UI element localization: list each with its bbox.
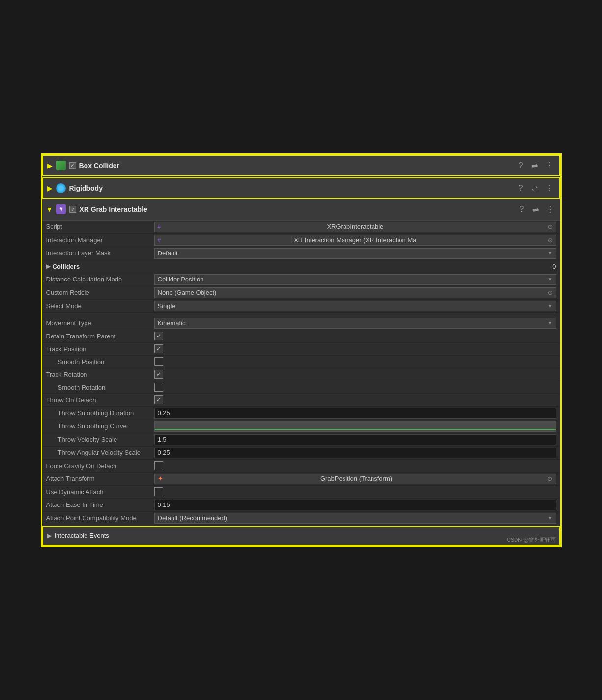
smooth-position-label: Smooth Position [46,358,154,365]
smooth-rotation-label: Smooth Rotation [46,384,154,391]
throw-velocity-scale-label: Throw Velocity Scale [46,436,154,443]
events-arrow[interactable]: ▶ [47,532,52,539]
rigidbody-settings-button[interactable]: ⇌ [529,182,540,194]
rigidbody-header[interactable]: ▶ Rigidbody ? ⇌ ⋮ [42,177,560,199]
smooth-rotation-value-container [154,383,556,392]
custom-reticle-field[interactable]: None (Game Object) ⊙ [154,287,556,298]
xr-grab-arrow[interactable]: ▼ [46,205,53,213]
xr-grab-icon: # [56,204,66,215]
custom-reticle-row: Custom Reticle None (Game Object) ⊙ [42,286,560,300]
box-collider-arrow[interactable]: ▶ [47,162,53,169]
interaction-layer-mask-value-container: Default ▼ [154,248,556,259]
throw-angular-velocity-field[interactable]: 0.25 [154,448,556,458]
custom-reticle-value-container: None (Game Object) ⊙ [154,287,556,298]
throw-smoothing-curve-field[interactable] [154,421,556,432]
box-collider-enable-checkbox[interactable]: ✓ [69,162,76,169]
force-gravity-value-container [154,461,556,470]
throw-on-detach-checkbox[interactable]: ✓ [154,395,163,404]
script-value: XRGrabInteractable [327,223,383,230]
throw-smoothing-curve-label: Throw Smoothing Curve [46,422,154,430]
script-row: Script # XRGrabInteractable ⊙ [42,221,560,234]
xr-grab-more-button[interactable]: ⋮ [545,204,556,215]
xr-grab-enable-checkbox[interactable]: ✓ [69,206,76,213]
xr-grab-panel: Script # XRGrabInteractable ⊙ Interactio… [42,221,560,525]
script-hash-icon: # [158,224,161,230]
throw-on-detach-check: ✓ [156,397,161,403]
throw-velocity-scale-value: 1.5 [158,436,167,443]
attach-ease-field[interactable]: 0.15 [154,500,556,510]
xr-grab-help-button[interactable]: ? [518,204,526,215]
box-collider-more-button[interactable]: ⋮ [544,160,555,171]
xr-grab-actions: ? ⇌ ⋮ [518,204,556,215]
interaction-manager-field[interactable]: # XR Interaction Manager (XR Interaction… [154,235,556,246]
colliders-row[interactable]: ▶ Colliders 0 [42,260,560,273]
use-dynamic-attach-label: Use Dynamic Attach [46,488,154,496]
interaction-layer-mask-arrow: ▼ [548,251,553,256]
script-field[interactable]: # XRGrabInteractable ⊙ [154,222,556,232]
select-mode-value-container: Single ▼ [154,301,556,311]
track-position-value-container: ✓ [154,344,556,353]
rigidbody-help-button[interactable]: ? [517,183,525,194]
movement-type-dropdown[interactable]: Kinematic ▼ [154,318,556,329]
track-rotation-checkbox[interactable]: ✓ [154,370,163,379]
movement-type-value-container: Kinematic ▼ [154,318,556,329]
select-mode-value: Single [158,302,175,309]
xr-grab-settings-button[interactable]: ⇌ [530,204,541,215]
smooth-position-value-container [154,357,556,366]
throw-angular-velocity-value-container: 0.25 [154,448,556,458]
force-gravity-checkbox[interactable] [154,461,163,470]
box-collider-help-button[interactable]: ? [517,160,525,171]
throw-velocity-scale-row: Throw Velocity Scale 1.5 [42,433,560,447]
distance-calculation-row: Distance Calculation Mode Collider Posit… [42,273,560,286]
throw-angular-velocity-label: Throw Angular Velocity Scale [46,449,154,456]
retain-transform-label: Retain Transform Parent [46,333,154,340]
movement-type-row: Movement Type Kinematic ▼ [42,317,560,330]
select-mode-arrow: ▼ [548,303,553,308]
retain-transform-checkbox[interactable]: ✓ [154,332,163,340]
attach-transform-target-icon[interactable]: ⊙ [547,476,552,482]
rigidbody-icon [56,183,66,194]
box-collider-icon [56,160,66,171]
interaction-manager-target-icon[interactable]: ⊙ [548,237,553,244]
interaction-manager-value: XR Interaction Manager (XR Interaction M… [294,236,416,244]
attach-transform-label: Attach Transform [46,475,154,482]
movement-type-value: Kinematic [158,319,186,327]
attach-ease-value: 0.15 [158,501,170,508]
smooth-rotation-checkbox[interactable] [154,383,163,392]
track-position-row: Track Position ✓ [42,343,560,356]
throw-angular-velocity-row: Throw Angular Velocity Scale 0.25 [42,447,560,460]
box-collider-header[interactable]: ▶ ✓ Box Collider ? ⇌ ⋮ [42,155,560,176]
smooth-position-checkbox[interactable] [154,357,163,366]
throw-on-detach-label: Throw On Detach [46,396,154,404]
attach-transform-value-container: ✦ GrabPosition (Transform) ⊙ [154,474,556,484]
movement-type-label: Movement Type [46,319,154,327]
box-collider-settings-button[interactable]: ⇌ [529,160,540,171]
custom-reticle-label: Custom Reticle [46,289,154,296]
interactable-events-header[interactable]: ▶ Interactable Events CSDN @窗外听轩雨 [42,526,560,546]
custom-reticle-target-icon[interactable]: ⊙ [548,289,553,296]
throw-smoothing-duration-field[interactable]: 0.25 [154,408,556,419]
colliders-label: Colliders [53,263,553,270]
attach-point-row: Attach Point Compatibility Mode Default … [42,512,560,525]
track-position-checkbox[interactable]: ✓ [154,344,163,353]
force-gravity-row: Force Gravity On Detach [42,460,560,473]
colliders-arrow[interactable]: ▶ [46,263,51,270]
throw-smoothing-duration-label: Throw Smoothing Duration [46,409,154,417]
throw-smoothing-curve-value-container [154,421,556,432]
select-mode-dropdown[interactable]: Single ▼ [154,301,556,311]
throw-smoothing-duration-value-container: 0.25 [154,408,556,419]
script-target-icon[interactable]: ⊙ [548,224,553,230]
throw-velocity-scale-field[interactable]: 1.5 [154,434,556,445]
rigidbody-arrow[interactable]: ▶ [47,184,53,192]
throw-smoothing-curve-row: Throw Smoothing Curve [42,420,560,433]
xr-grab-header[interactable]: ▼ # ✓ XR Grab Interactable ? ⇌ ⋮ [42,199,560,221]
rigidbody-more-button[interactable]: ⋮ [544,182,555,194]
use-dynamic-attach-checkbox[interactable] [154,487,163,496]
track-rotation-label: Track Rotation [46,371,154,378]
attach-point-dropdown[interactable]: Default (Recommended) ▼ [154,513,556,524]
attach-transform-field[interactable]: ✦ GrabPosition (Transform) ⊙ [154,474,556,484]
track-rotation-value-container: ✓ [154,370,556,379]
distance-calculation-dropdown[interactable]: Collider Position ▼ [154,274,556,285]
rigidbody-title: Rigidbody [69,184,517,192]
interaction-layer-mask-dropdown[interactable]: Default ▼ [154,248,556,259]
